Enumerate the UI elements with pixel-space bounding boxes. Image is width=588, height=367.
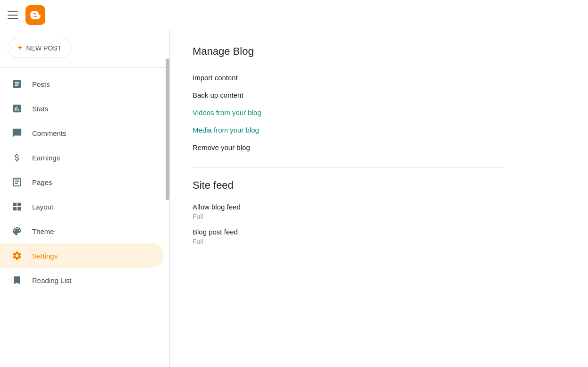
manage-blog-title: Manage Blog <box>193 45 565 58</box>
stats-icon <box>11 103 23 114</box>
import-content-link[interactable]: Import content <box>193 69 565 86</box>
pages-icon <box>11 176 23 188</box>
sidebar-label-pages: Pages <box>32 178 52 186</box>
sidebar-item-settings[interactable]: Settings <box>0 243 164 268</box>
allow-feed-label: Allow blog feed <box>193 203 565 211</box>
sidebar-item-reading-list[interactable]: Reading List <box>0 268 164 292</box>
remove-blog-link[interactable]: Remove your blog <box>193 139 565 156</box>
comments-icon <box>11 127 23 139</box>
backup-content-link[interactable]: Back up content <box>193 86 565 104</box>
sidebar-item-stats[interactable]: Stats <box>0 96 164 121</box>
earnings-icon <box>11 152 23 163</box>
reading-list-icon <box>11 275 23 286</box>
scroll-thumb[interactable] <box>166 58 169 200</box>
theme-icon <box>11 225 23 237</box>
sidebar-item-pages[interactable]: Pages <box>0 170 164 194</box>
sidebar-label-posts: Posts <box>32 80 50 88</box>
plus-icon: + <box>17 43 23 53</box>
topbar <box>0 0 588 30</box>
sidebar-label-layout: Layout <box>32 203 53 211</box>
sidebar-divider <box>0 67 169 68</box>
posts-icon <box>11 78 23 90</box>
blogger-logo-icon <box>29 9 42 21</box>
sidebar-item-earnings[interactable]: Earnings <box>0 145 164 170</box>
settings-icon <box>11 250 23 261</box>
new-post-button[interactable]: + NEW POST <box>8 38 71 58</box>
sidebar-label-comments: Comments <box>32 129 67 137</box>
content-area: Manage Blog Import content Back up conte… <box>170 30 588 367</box>
sidebar-label-theme: Theme <box>32 227 54 235</box>
allow-feed-value: Full <box>193 213 565 220</box>
sidebar-label-reading-list: Reading List <box>32 276 71 284</box>
sidebar: + NEW POST Posts Stats Comments <box>0 30 170 367</box>
post-feed-value: Full <box>193 238 565 245</box>
sidebar-label-settings: Settings <box>32 252 58 260</box>
layout-icon <box>11 201 23 212</box>
sidebar-item-comments[interactable]: Comments <box>0 121 164 145</box>
sidebar-label-stats: Stats <box>32 105 48 113</box>
new-post-label: NEW POST <box>26 44 62 52</box>
sidebar-item-posts[interactable]: Posts <box>0 72 164 96</box>
blogger-logo <box>25 5 45 25</box>
sidebar-item-layout[interactable]: Layout <box>0 194 164 219</box>
menu-icon[interactable] <box>8 11 18 19</box>
section-divider <box>193 167 504 168</box>
post-feed-label: Blog post feed <box>193 228 565 236</box>
media-link[interactable]: Media from your blog <box>193 121 565 139</box>
scroll-track <box>166 30 169 367</box>
main-layout: + NEW POST Posts Stats Comments <box>0 30 588 367</box>
sidebar-item-theme[interactable]: Theme <box>0 219 164 243</box>
sidebar-label-earnings: Earnings <box>32 154 60 162</box>
videos-link[interactable]: Videos from your blog <box>193 104 565 121</box>
site-feed-title: Site feed <box>193 179 565 192</box>
